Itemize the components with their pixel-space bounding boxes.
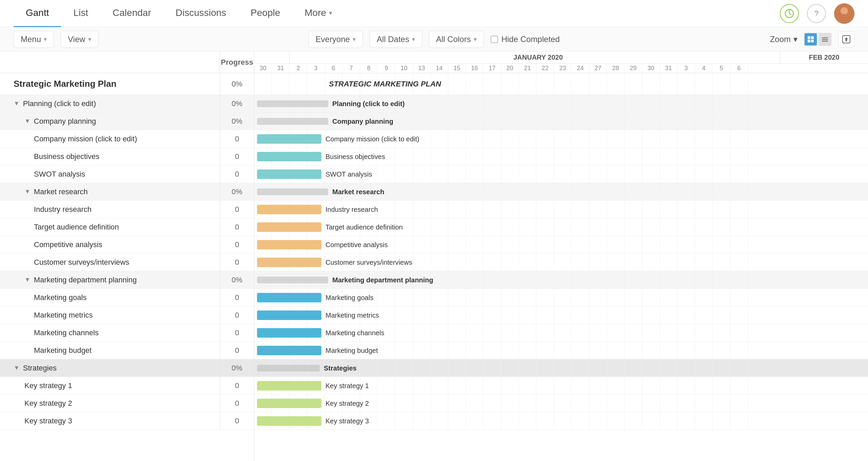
gantt-cell-8-20 <box>607 218 625 236</box>
gantt-cell-1-26 <box>713 95 730 112</box>
nav-gantt-label: Gantt <box>26 7 49 18</box>
help-button[interactable]: ? <box>807 4 826 23</box>
gantt-bar-8[interactable] <box>257 222 321 232</box>
gantt-cell-17-10 <box>431 377 448 394</box>
table-row-market-research[interactable]: ▼ Market research 0% <box>0 183 254 201</box>
gantt-cell-11-15 <box>519 271 536 288</box>
gantt-cell-3-21 <box>625 130 642 147</box>
gantt-cell-1-19 <box>589 95 607 112</box>
gantt-cell-0-11 <box>448 73 466 95</box>
gantt-cell-19-10 <box>431 412 448 429</box>
gantt-day-3: 3 <box>677 64 695 73</box>
timer-button[interactable] <box>780 4 799 23</box>
view-toggle-list[interactable] <box>818 33 831 46</box>
table-row-competitive-analysis[interactable]: Competitive analysis 0 <box>0 236 254 254</box>
gantt-cell-16-16 <box>536 359 554 377</box>
view-toggle-grid[interactable] <box>804 33 817 46</box>
marketing-dept-collapse-icon[interactable]: ▼ <box>24 276 31 283</box>
all-dates-button[interactable]: All Dates ▾ <box>370 31 422 48</box>
market-research-collapse-icon[interactable]: ▼ <box>24 188 31 195</box>
gantt-day-9: 9 <box>378 64 395 73</box>
table-row-company-planning[interactable]: ▼ Company planning 0% <box>0 113 254 130</box>
nav-discussions[interactable]: Discussions <box>163 0 238 27</box>
nav-more[interactable]: More ▾ <box>292 0 344 27</box>
gantt-label-12: Marketing goals <box>326 294 373 301</box>
gantt-bar-12[interactable] <box>257 293 321 302</box>
gantt-cell-0-0 <box>254 73 272 95</box>
all-colors-button[interactable]: All Colors ▾ <box>429 31 484 48</box>
gantt-cell-15-27 <box>730 342 748 359</box>
gantt-bar-15[interactable] <box>257 346 321 355</box>
gantt-bar-16[interactable] <box>257 365 320 372</box>
nav-list[interactable]: List <box>61 0 100 27</box>
gantt-bar-14[interactable] <box>257 328 321 338</box>
th-name <box>0 52 220 73</box>
gantt-cell-6-14 <box>501 183 519 200</box>
table-row-customer-surveys[interactable]: Customer surveys/interviews 0 <box>0 254 254 271</box>
table-row-marketing-metrics[interactable]: Marketing metrics 0 <box>0 306 254 324</box>
gantt-cell-5-16 <box>536 165 554 183</box>
table-row-strategies[interactable]: ▼ Strategies 0% <box>0 359 254 377</box>
gantt-label-9: Competitive analysis <box>326 241 388 248</box>
hide-completed-toggle[interactable]: Hide Completed <box>491 35 560 44</box>
table-row-business-objectives[interactable]: Business objectives 0 <box>0 148 254 165</box>
gantt-bar-11[interactable] <box>257 277 328 283</box>
gantt-cell-17-22 <box>642 377 660 394</box>
zoom-button[interactable]: Zoom ▾ <box>770 35 797 44</box>
table-row-marketing-dept[interactable]: ▼ Marketing department planning 0% <box>0 271 254 289</box>
table-row-target-audience[interactable]: Target audience definition 0 <box>0 218 254 236</box>
gantt-section-arrow-2[interactable]: ▼ <box>254 118 255 125</box>
gantt-bar-9[interactable] <box>257 240 321 249</box>
hide-completed-checkbox[interactable] <box>491 36 498 43</box>
gantt-bar-13[interactable] <box>257 310 321 320</box>
table-row-project[interactable]: Strategic Marketing Plan 0% <box>0 73 254 95</box>
gantt-bar-6[interactable] <box>257 188 328 195</box>
table-row-planning[interactable]: ▼ Planning (click to edit) 0% <box>0 95 254 113</box>
gantt-bar-3[interactable] <box>257 134 321 144</box>
everyone-button[interactable]: Everyone ▾ <box>309 31 363 48</box>
user-avatar[interactable] <box>834 3 854 24</box>
gantt-cell-13-12 <box>466 306 484 324</box>
gantt-bar-10[interactable] <box>257 258 321 267</box>
gantt-bar-7[interactable] <box>257 205 321 214</box>
menu-button[interactable]: Menu ▾ <box>14 31 54 48</box>
company-planning-collapse-icon[interactable]: ▼ <box>24 118 31 125</box>
nav-people[interactable]: People <box>238 0 292 27</box>
gantt-bar-4[interactable] <box>257 152 321 161</box>
table-row-key-strategy-3[interactable]: Key strategy 3 0 <box>0 412 254 430</box>
strategies-collapse-icon[interactable]: ▼ <box>14 364 20 372</box>
table-row-marketing-goals[interactable]: Marketing goals 0 <box>0 289 254 306</box>
table-row-marketing-channels[interactable]: Marketing channels 0 <box>0 324 254 342</box>
gantt-row-10: Customer surveys/interviews <box>254 254 868 271</box>
gantt-bar-19[interactable] <box>257 416 321 426</box>
gantt-section-arrow-11[interactable]: ▼ <box>254 276 255 283</box>
table-row-key-strategy-1[interactable]: Key strategy 1 0 <box>0 377 254 395</box>
table-row-swot[interactable]: SWOT analysis 0 <box>0 165 254 183</box>
gantt-cell-4-20 <box>607 148 625 165</box>
gantt-section-arrow-1[interactable]: ▼ <box>254 100 255 107</box>
export-button[interactable] <box>838 31 854 47</box>
gantt-cell-8-21 <box>625 218 642 236</box>
view-button[interactable]: View ▾ <box>61 31 98 48</box>
gantt-bar-17[interactable] <box>257 381 321 390</box>
gantt-cell-5-19 <box>589 165 607 183</box>
gantt-cell-12-14 <box>501 289 519 306</box>
marketing-goals-row-name: Marketing goals <box>0 289 220 306</box>
gantt-section-arrow-6[interactable]: ▼ <box>254 188 255 195</box>
gantt-section-arrow-16[interactable]: ▼ <box>254 364 255 372</box>
nav-gantt[interactable]: Gantt <box>14 0 61 27</box>
table-row-company-mission[interactable]: Company mission (click to edit) 0 <box>0 130 254 148</box>
gantt-bar-2[interactable] <box>257 118 328 125</box>
gantt-bar-18[interactable] <box>257 399 321 408</box>
gantt-cell-2-8 <box>395 113 413 130</box>
planning-collapse-icon[interactable]: ▼ <box>14 100 20 107</box>
gantt-label-13: Marketing metrics <box>326 311 379 319</box>
table-row-industry-research[interactable]: Industry research 0 <box>0 201 254 218</box>
gantt-bar-1[interactable] <box>257 100 328 107</box>
table-row-marketing-budget[interactable]: Marketing budget 0 <box>0 342 254 359</box>
nav-calendar[interactable]: Calendar <box>100 0 163 27</box>
gantt-cell-7-23 <box>660 201 677 218</box>
gantt-bar-5[interactable] <box>257 169 321 179</box>
table-row-key-strategy-2[interactable]: Key strategy 2 0 <box>0 395 254 412</box>
view-toggle <box>804 33 831 46</box>
